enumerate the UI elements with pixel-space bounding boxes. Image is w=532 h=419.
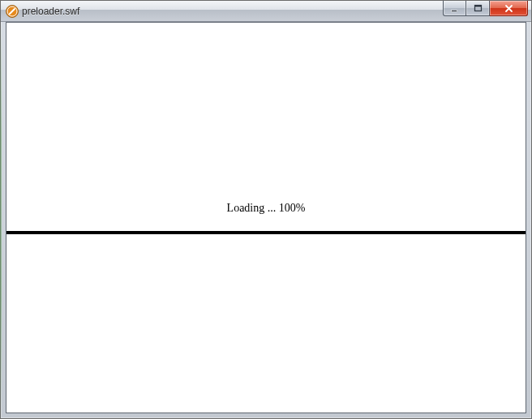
loading-prefix: Loading ...	[227, 202, 279, 214]
maximize-button[interactable]	[466, 1, 490, 16]
loading-label: Loading ... 100%	[227, 202, 306, 215]
maximize-icon	[474, 4, 483, 13]
titlebar[interactable]: preloader.swf	[1, 1, 531, 22]
loading-suffix: %	[296, 202, 306, 214]
window-title: preloader.swf	[22, 6, 443, 17]
close-button[interactable]	[490, 1, 528, 16]
svg-rect-2	[452, 10, 457, 11]
flash-player-icon	[6, 5, 19, 18]
loading-percent: 100	[279, 202, 296, 214]
svg-rect-4	[474, 5, 481, 6]
window-controls	[443, 1, 528, 17]
minimize-button[interactable]	[443, 1, 466, 16]
close-icon	[504, 4, 514, 13]
app-window: preloader.swf Loading ... 100%	[0, 0, 532, 419]
progress-bar	[6, 231, 526, 234]
minimize-icon	[450, 4, 459, 13]
frame-accent	[0, 21, 2, 419]
content-area: Loading ... 100%	[6, 22, 526, 413]
